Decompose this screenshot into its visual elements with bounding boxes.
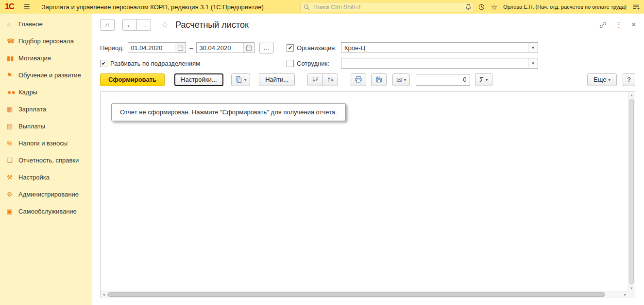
report-toolbar: Сформировать Настройки... ▾ Найти...: [100, 73, 635, 86]
organization-input[interactable]: [341, 44, 528, 52]
sidebar-item-label: Главное: [18, 20, 43, 28]
employee-checkbox[interactable]: [287, 60, 294, 67]
period-group: Период: – ...: [100, 42, 287, 54]
more-actions-icon[interactable]: ⋮: [615, 20, 623, 29]
chevron-down-icon: ▾: [244, 77, 247, 82]
sidebar-item-label: Обучение и развитие: [18, 72, 81, 79]
horizontal-scrollbar[interactable]: ◄ ►: [101, 291, 628, 298]
badge-icon: ▣: [7, 208, 18, 215]
forward-button[interactable]: →: [136, 19, 151, 31]
document-icon: ❏: [7, 157, 18, 163]
sidebar-item-motivation[interactable]: ▮▮ Мотивация: [0, 50, 92, 67]
period-from-field: [128, 42, 186, 53]
home-icon: ⌂: [105, 21, 109, 29]
employee-label: Сотрудник:: [297, 60, 329, 67]
page-title: Расчетный листок: [175, 20, 249, 30]
period-dash: –: [189, 44, 193, 52]
send-by-email-button[interactable]: ✉ ▾: [392, 73, 410, 86]
history-icon[interactable]: [478, 3, 485, 11]
favorites-star-icon[interactable]: ☆: [491, 3, 497, 11]
sidebar-item-label: Подбор персонала: [18, 37, 74, 45]
more-button-label: Еще: [593, 76, 606, 83]
gear-icon: ⚙: [7, 191, 18, 197]
sidebar-item-training[interactable]: ⚑ Обучение и развитие: [0, 67, 92, 84]
wrench-icon: ⚒: [7, 174, 18, 180]
calculator-icon: ▦: [7, 106, 18, 112]
scroll-right-icon[interactable]: ►: [622, 291, 628, 298]
autosum-button[interactable]: Σ ▾: [475, 73, 492, 86]
copy-to-clipboard-button[interactable]: ▾: [231, 73, 251, 86]
sidebar-item-selfservice[interactable]: ▣ Самообслуживание: [0, 203, 92, 220]
current-user[interactable]: Орлова Е.Н. (Нач. отд. расчетов по оплат…: [503, 4, 627, 10]
print-button[interactable]: [351, 73, 366, 86]
generate-button[interactable]: Сформировать: [100, 73, 165, 86]
search-input[interactable]: [312, 3, 471, 11]
get-link-icon[interactable]: [599, 21, 607, 29]
close-icon[interactable]: ×: [631, 20, 636, 30]
settings-button[interactable]: Настройки...: [174, 73, 223, 86]
report-empty-message: Отчет не сформирован. Нажмите "Сформиров…: [111, 103, 346, 121]
chevron-down-icon[interactable]: ▾: [528, 43, 538, 53]
topbar-right-cluster: ☆ Орлова Е.Н. (Нач. отд. расчетов по опл…: [465, 0, 640, 14]
period-to-input[interactable]: [197, 44, 243, 52]
period-from-input[interactable]: [128, 44, 175, 52]
app-title: Зарплата и управление персоналом КОРП, р…: [42, 3, 264, 11]
printer-icon: [355, 76, 362, 84]
scroll-left-icon[interactable]: ◄: [101, 291, 107, 298]
global-search[interactable]: [300, 2, 474, 12]
sidebar-item-settings[interactable]: ⚒ Настройка: [0, 169, 92, 186]
sidebar-item-payments[interactable]: ▤ Выплаты: [0, 118, 92, 135]
hamburger-menu-icon[interactable]: ☰: [23, 2, 30, 11]
chevron-down-icon: ▾: [486, 77, 488, 82]
calendar-icon[interactable]: [175, 43, 186, 53]
add-to-favorites-star-icon[interactable]: ☆: [161, 19, 169, 30]
sort-descending-button[interactable]: [307, 73, 323, 86]
organization-checkbox[interactable]: ✔: [287, 44, 294, 52]
list-icon: ≡: [7, 21, 18, 27]
sidebar-item-main[interactable]: ≡ Главное: [0, 16, 92, 33]
home-button[interactable]: ⌂: [100, 19, 115, 31]
help-button[interactable]: ?: [623, 73, 635, 86]
horizontal-scroll-thumb[interactable]: [107, 292, 605, 297]
find-button[interactable]: Найти...: [259, 73, 295, 86]
period-variants-button[interactable]: ...: [259, 42, 274, 54]
notifications-bell-icon[interactable]: [465, 3, 472, 11]
sidebar-item-label: Настройка: [18, 174, 50, 181]
sidebar-item-salary[interactable]: ▦ Зарплата: [0, 101, 92, 118]
sidebar-item-label: Самообслуживание: [18, 208, 77, 215]
split-by-departments-checkbox[interactable]: ✔: [100, 60, 107, 67]
sidebar-item-taxes[interactable]: % Налоги и взносы: [0, 135, 92, 152]
back-arrow-icon: ←: [126, 21, 133, 29]
vertical-scroll-thumb[interactable]: [629, 99, 634, 285]
scroll-up-icon[interactable]: ▲: [628, 92, 635, 98]
sort-ascending-button[interactable]: [322, 73, 338, 86]
sidebar-item-administration[interactable]: ⚙ Администрирование: [0, 186, 92, 203]
save-button[interactable]: [371, 73, 387, 86]
vertical-scrollbar[interactable]: ▲ ▼: [628, 92, 635, 291]
main-area: ⌂ ← → ☆ Расчетный листок ⋮ × Период:: [92, 14, 644, 305]
chevron-down-icon[interactable]: ▾: [528, 58, 538, 68]
flag-icon: ⚑: [7, 72, 18, 78]
back-button[interactable]: ←: [122, 19, 137, 31]
calendar-icon[interactable]: [243, 43, 254, 53]
sidebar-item-recruiting[interactable]: ☎ Подбор персонала: [0, 33, 92, 50]
sidebar-item-label: Мотивация: [18, 54, 51, 62]
motivation-icon: ▮▮: [7, 55, 18, 61]
more-button[interactable]: Еще ▾: [587, 73, 617, 86]
service-menu-icon[interactable]: [632, 3, 640, 11]
organization-checkbox-group: ✔ Организация:: [287, 44, 341, 52]
split-by-departments-label: Разбивать по подразделениям: [110, 60, 200, 67]
sort-descending-icon: [312, 76, 319, 83]
sidebar-item-label: Зарплата: [18, 106, 46, 113]
check-icon: ✔: [288, 45, 292, 51]
employee-input[interactable]: [341, 60, 528, 67]
forward-arrow-icon: →: [140, 21, 147, 29]
sidebar-item-label: Кадры: [18, 89, 37, 96]
sidebar-item-reports[interactable]: ❏ Отчетность, справки: [0, 152, 92, 169]
sum-field[interactable]: [416, 74, 470, 86]
scroll-down-icon[interactable]: ▼: [628, 285, 635, 291]
report-area: Отчет не сформирован. Нажмите "Сформиров…: [100, 91, 635, 298]
employee-combo: ▾: [341, 58, 538, 69]
filter-row-employee: ✔ Разбивать по подразделениям Сотрудник:…: [100, 57, 635, 69]
sidebar-item-hr[interactable]: ☻☻ Кадры: [0, 84, 92, 101]
